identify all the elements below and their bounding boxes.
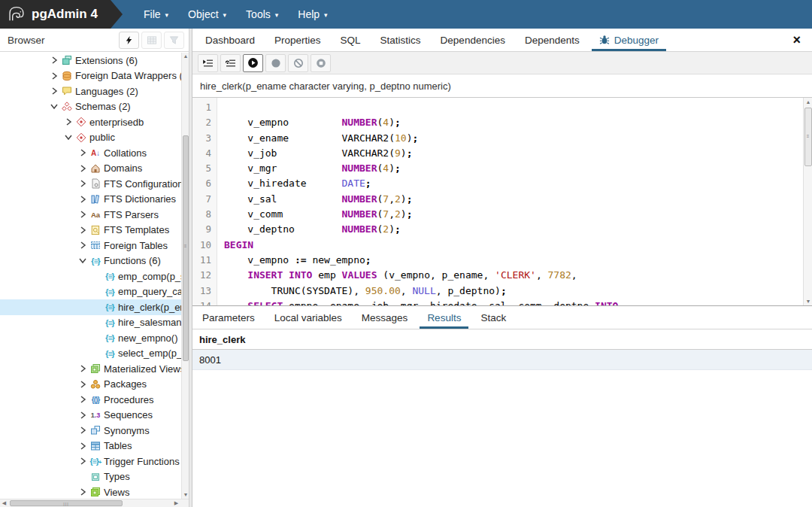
tree-item-public[interactable]: public — [0, 130, 189, 146]
menu-label: File — [144, 8, 161, 20]
tab-sql[interactable]: SQL — [331, 29, 371, 51]
tree-item-fts-dictionaries[interactable]: FTS Dictionaries — [0, 192, 189, 208]
tab-results[interactable]: Results — [417, 306, 471, 329]
tree-item-materialized-views[interactable]: Materialized Views — [0, 361, 189, 377]
tree-item-emp-comp-p-s[interactable]: {≡}emp_comp(p_s — [0, 269, 189, 284]
toggle-breakpoint-button[interactable] — [265, 54, 286, 72]
step-into-button[interactable] — [198, 54, 218, 72]
tab-messages[interactable]: Messages — [352, 306, 418, 329]
tree-horizontal-scrollbar[interactable]: ◀ ▶ ||| — [0, 499, 189, 507]
tree-horizontal-scrollbar-thumb[interactable]: ||| — [10, 500, 123, 506]
chevron-right-icon[interactable] — [77, 488, 89, 496]
chevron-right-icon[interactable] — [77, 411, 89, 419]
chevron-right-icon[interactable] — [77, 427, 89, 434]
chevron-right-icon[interactable] — [48, 87, 60, 95]
tree-item-fts-parsers[interactable]: AaFTS Parsers — [0, 207, 189, 223]
tree-item-foreign-data-wrappers-2[interactable]: Foreign Data Wrappers (2) — [0, 68, 189, 84]
menu-file[interactable]: File▾ — [134, 8, 178, 20]
menu-object[interactable]: Object▾ — [178, 8, 236, 20]
tree-item-fts-configurations[interactable]: FTS Configurations — [0, 176, 189, 192]
code-editor[interactable]: 1234567891011121314 v_empno NUMBER(4); v… — [192, 98, 812, 306]
tree-item-views[interactable]: Views — [0, 484, 189, 499]
chevron-right-icon[interactable] — [77, 149, 89, 156]
tree-item-functions-6[interactable]: {≡}Functions (6) — [0, 254, 189, 269]
tree-item-procedures[interactable]: {()}Procedures — [0, 392, 189, 408]
scroll-down-arrow-icon[interactable]: ▼ — [804, 297, 812, 305]
stop-button[interactable] — [311, 54, 331, 72]
menu-list: File▾Object▾Tools▾Help▾ — [134, 0, 338, 29]
chevron-right-icon[interactable] — [77, 211, 89, 218]
function-icon: {≡} — [103, 302, 117, 311]
tree-item-collations[interactable]: A↓Collations — [0, 145, 189, 161]
tree-item-foreign-tables[interactable]: Foreign Tables — [0, 238, 189, 254]
chevron-right-icon[interactable] — [77, 396, 89, 403]
tree-vertical-scrollbar-thumb[interactable]: ≡ — [183, 135, 189, 361]
chevron-right-icon[interactable] — [77, 180, 89, 187]
scroll-right-arrow-icon[interactable]: ▶ — [172, 499, 180, 507]
tree-item-languages-2[interactable]: Languages (2) — [0, 83, 189, 99]
tab-stack[interactable]: Stack — [471, 306, 516, 329]
chevron-right-icon[interactable] — [77, 442, 89, 450]
code-line: TRUNC(SYSDATE), 950.00, NULL, p_deptno); — [224, 284, 812, 299]
tree-item-enterprisedb[interactable]: enterprisedb — [0, 114, 189, 130]
chevron-right-icon[interactable] — [77, 365, 89, 372]
chevron-down-icon[interactable] — [48, 103, 60, 110]
step-over-button[interactable] — [220, 54, 241, 72]
tab-dashboard[interactable]: Dashboard — [195, 29, 265, 51]
chevron-right-icon[interactable] — [77, 226, 89, 234]
clear-breakpoints-button[interactable] — [288, 54, 308, 72]
tab-parameters[interactable]: Parameters — [192, 306, 265, 329]
scroll-left-arrow-icon[interactable]: ◀ — [0, 499, 8, 507]
results-row[interactable]: 8001 — [192, 350, 812, 370]
code-line: v_comm NUMBER(7,2); — [224, 207, 812, 222]
menu-help[interactable]: Help▾ — [288, 8, 337, 20]
tree-item-tables[interactable]: Tables — [0, 439, 189, 454]
tree-item-hire-salesman[interactable]: {≡}hire_salesman( — [0, 315, 189, 331]
tab-properties[interactable]: Properties — [265, 29, 331, 51]
scroll-down-arrow-icon[interactable]: ▼ — [182, 491, 189, 499]
tree-item-hire-clerk-p-en[interactable]: {≡}hire_clerk(p_en — [0, 299, 189, 315]
scroll-up-arrow-icon[interactable]: ▲ — [804, 98, 812, 106]
panel-close-button[interactable]: × — [781, 29, 812, 51]
tab-local-variables[interactable]: Local variables — [265, 306, 352, 329]
continue-button[interactable] — [243, 54, 263, 72]
chevron-right-icon[interactable] — [77, 457, 89, 465]
chevron-right-icon[interactable] — [77, 165, 89, 172]
tree-item-packages[interactable]: Packages — [0, 377, 189, 393]
chevron-right-icon[interactable] — [77, 196, 89, 203]
function-icon: {≡} — [103, 287, 117, 296]
chevron-right-icon[interactable] — [48, 56, 60, 64]
menu-tools[interactable]: Tools▾ — [236, 8, 288, 20]
tree-item-sequences[interactable]: 1.3Sequences — [0, 408, 189, 424]
chevron-right-icon[interactable] — [77, 241, 89, 249]
tab-label: Dependencies — [441, 35, 505, 46]
chevron-right-icon[interactable] — [77, 381, 89, 388]
chevron-right-icon[interactable] — [62, 118, 74, 126]
chevron-right-icon[interactable] — [48, 72, 60, 80]
quick-search-button[interactable] — [119, 32, 139, 49]
chevron-down-icon[interactable] — [62, 134, 74, 141]
tab-debugger[interactable]: Debugger — [589, 29, 668, 51]
tree-item-domains[interactable]: Domains — [0, 161, 189, 177]
tree-item-fts-templates[interactable]: FTS Templates — [0, 223, 189, 238]
code-vertical-scrollbar[interactable]: ▲ ▼ ≡ — [803, 98, 812, 305]
tab-dependencies[interactable]: Dependencies — [431, 29, 515, 51]
code-vertical-scrollbar-thumb[interactable]: ≡ — [804, 108, 812, 166]
line-number: 12 — [192, 268, 211, 283]
tree-item-extensions-6[interactable]: Extensions (6) — [0, 53, 189, 68]
tree-item-schemas-2[interactable]: Schemas (2) — [0, 99, 189, 115]
tree-item-label: Sequences — [104, 409, 153, 420]
tree-item-types[interactable]: Types — [0, 469, 189, 485]
views-icon — [89, 487, 102, 497]
tab-dependents[interactable]: Dependents — [515, 29, 589, 51]
tree-item-select-emp-p-e[interactable]: {≡}select_emp(p_e — [0, 346, 189, 362]
chevron-down-icon[interactable] — [77, 257, 89, 264]
tab-statistics[interactable]: Statistics — [371, 29, 431, 51]
tree-vertical-scrollbar[interactable]: ▲ ▼ ≡ — [181, 53, 189, 499]
tree-item-trigger-functions[interactable]: {≡}+Trigger Functions — [0, 454, 189, 469]
tree-item-new-empno[interactable]: {≡}new_empno() — [0, 330, 189, 346]
scroll-up-arrow-icon[interactable]: ▲ — [182, 53, 189, 60]
tree-item-synonyms[interactable]: Synonyms — [0, 423, 189, 439]
tree-item-emp-query-cal[interactable]: {≡}emp_query_cal — [0, 284, 189, 300]
code-content[interactable]: v_empno NUMBER(4); v_ename VARCHAR2(10);… — [217, 98, 812, 305]
